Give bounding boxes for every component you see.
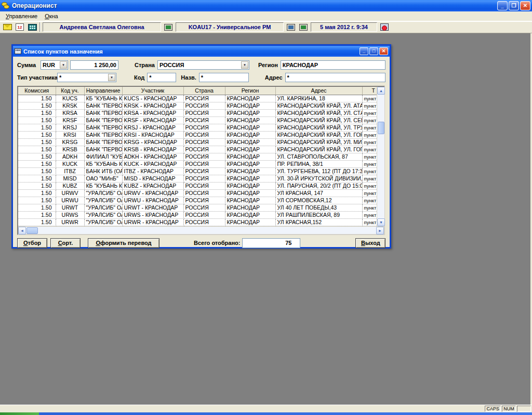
table-cell[interactable]: "УРАЛСИБ" ОАО ФИ xyxy=(84,211,122,218)
table-cell[interactable]: KRSJ - КРАСНОДАР xyxy=(122,124,183,131)
table-cell[interactable]: УЛ КРАСНАЯ,152 xyxy=(275,218,362,226)
calculator-icon[interactable] xyxy=(27,23,37,32)
table-cell[interactable]: пункт xyxy=(362,116,377,124)
table-cell[interactable]: 1.50 xyxy=(18,218,56,226)
table-cell[interactable]: КРАСНОДАР xyxy=(225,95,275,102)
table-cell[interactable]: пункт xyxy=(362,102,377,109)
table-cell[interactable]: KRSG xyxy=(56,138,84,146)
column-header[interactable]: Участник xyxy=(122,87,183,95)
table-cell[interactable]: РОССИЯ xyxy=(183,211,225,218)
name-field[interactable]: * xyxy=(199,73,249,82)
table-cell[interactable]: БАНК "ПЕРВОМАЙС xyxy=(84,109,122,116)
table-cell[interactable]: URWV xyxy=(56,189,84,197)
table-cell[interactable]: пункт xyxy=(362,95,377,102)
table-cell[interactable]: KRSB xyxy=(56,146,84,153)
table-cell[interactable]: БАНК "ПЕРВОМАЙС xyxy=(84,131,122,138)
table-row[interactable]: 1.50URWU"УРАЛСИБ" ОАО ФИURWU - КРАСНОДАР… xyxy=(18,197,377,204)
table-cell[interactable]: KRSF - КРАСНОДАР xyxy=(122,116,183,124)
table-cell[interactable]: пункт xyxy=(362,109,377,116)
table-cell[interactable]: URWT - КРАСНОДАР xyxy=(122,204,183,211)
table-cell[interactable]: пункт xyxy=(362,211,377,218)
table-cell[interactable]: УЛ. ПАРУСНАЯ, 20/2 (ПТ ДО 15:00) xyxy=(275,182,362,189)
table-cell[interactable]: РОССИЯ xyxy=(183,167,225,175)
table-cell[interactable]: KRSF xyxy=(56,116,84,124)
table-cell[interactable]: KRSA xyxy=(56,109,84,116)
table-cell[interactable]: пункт xyxy=(362,131,377,138)
table-cell[interactable]: 1.50 xyxy=(18,211,56,218)
table-cell[interactable]: РОССИЯ xyxy=(183,218,225,226)
table-cell[interactable]: KRSG - КРАСНОДАР xyxy=(122,138,183,146)
table-row[interactable]: 1.50URWT"УРАЛСИБ" ОАО ФИURWT - КРАСНОДАР… xyxy=(18,204,377,211)
table-cell[interactable]: KUCK - КРАСНОДАР xyxy=(122,160,183,167)
table-cell[interactable]: 1.50 xyxy=(18,160,56,167)
table-cell[interactable]: 1.50 xyxy=(18,95,56,102)
currency-select[interactable]: RUR ▼ xyxy=(41,60,68,70)
table-cell[interactable]: УЛ. СТАВРОПОЛЬСКАЯ, 87 xyxy=(275,153,362,160)
table-cell[interactable]: KUBZ - КРАСНОДАР xyxy=(122,182,183,189)
start-button[interactable] xyxy=(0,412,39,415)
mail-icon[interactable] xyxy=(2,23,12,32)
dialog-close-button[interactable]: ✕ xyxy=(379,47,388,55)
table-cell[interactable]: KRSB - КРАСНОДАР xyxy=(122,146,183,153)
table-cell[interactable]: MISD - КРАСНОДАР xyxy=(122,175,183,182)
table-cell[interactable]: БАНК "ПЕРВОМАЙС xyxy=(84,102,122,109)
amount-field[interactable]: 1 250,00 xyxy=(70,60,118,70)
table-cell[interactable]: 1.50 xyxy=(18,124,56,131)
table-cell[interactable]: KRSI - КРАСНОДАР xyxy=(122,131,183,138)
table-cell[interactable]: KUCS xyxy=(56,95,84,102)
table-cell[interactable]: 1.50 xyxy=(18,131,56,138)
column-header[interactable]: Адрес xyxy=(275,87,362,95)
table-cell[interactable]: РОССИЯ xyxy=(183,175,225,182)
table-cell[interactable]: КРАСНОДАРСКИЙ КРАЙ, УЛ. ГОГОЛЯ, xyxy=(275,146,362,153)
table-cell[interactable]: KUCS - КРАСНОДАР xyxy=(122,95,183,102)
table-cell[interactable]: РОССИЯ xyxy=(183,146,225,153)
table-row[interactable]: 1.50URWS"УРАЛСИБ" ОАО ФИURWS - КРАСНОДАР… xyxy=(18,211,377,218)
table-cell[interactable]: пункт xyxy=(362,153,377,160)
table-row[interactable]: 1.50KUCKКБ "КУБАНЬ КРЕДИKUCK - КРАСНОДАР… xyxy=(18,160,377,167)
table-cell[interactable]: URWT xyxy=(56,204,84,211)
table-cell[interactable]: РОССИЯ xyxy=(183,153,225,160)
table-cell[interactable]: КРАСНОДАРСКИЙ КРАЙ, УЛ. СТАВРОП xyxy=(275,109,362,116)
table-cell[interactable]: БАНК "ПЕРВОМАЙС xyxy=(84,138,122,146)
table-cell[interactable]: КРАСНОДАР xyxy=(225,175,275,182)
table-cell[interactable]: ADKH xyxy=(56,153,84,160)
column-header[interactable]: Регион xyxy=(225,87,275,95)
table-cell[interactable]: БАНК "ПЕРВОМАЙС xyxy=(84,146,122,153)
table-cell[interactable]: URWU xyxy=(56,197,84,204)
table-cell[interactable]: КРАСНОДАРСКИЙ КРАЙ, УЛ. ГОРЬКОГ xyxy=(275,131,362,138)
table-cell[interactable]: пункт xyxy=(362,204,377,211)
table-cell[interactable]: УЛ 40 ЛЕТ ПОБЕДЫ,43 xyxy=(275,204,362,211)
calendar-icon[interactable]: 12 xyxy=(15,23,25,32)
scroll-down-icon[interactable] xyxy=(377,218,385,226)
table-cell[interactable]: URWR - КРАСНОДАР xyxy=(122,218,183,226)
scroll-left-icon[interactable] xyxy=(18,227,26,235)
table-cell[interactable]: БАНК "ПЕРВОМАЙС xyxy=(84,124,122,131)
table-cell[interactable]: ОАО "МИнБ" xyxy=(84,175,122,182)
table-cell[interactable]: КРАСНОДАР xyxy=(225,189,275,197)
column-header[interactable]: Т xyxy=(362,87,377,95)
address-field[interactable]: * xyxy=(285,73,385,82)
table-cell[interactable]: 1.50 xyxy=(18,153,56,160)
table-cell[interactable]: УЛ СОРМОВСКАЯ,12 xyxy=(275,197,362,204)
table-cell[interactable]: URWS xyxy=(56,211,84,218)
column-header[interactable]: Направление xyxy=(84,87,122,95)
chevron-down-icon[interactable]: ▼ xyxy=(108,74,115,81)
table-cell[interactable]: КБ "КУБАНЬ КРЕДИ xyxy=(84,182,122,189)
table-row[interactable]: 1.50KRSIБАНК "ПЕРВОМАЙСKRSI - КРАСНОДАРР… xyxy=(18,131,377,138)
make-transfer-button[interactable]: Оформить перевод xyxy=(88,238,159,248)
table-cell[interactable]: РОССИЯ xyxy=(183,102,225,109)
table-row[interactable]: 1.50KRSKБАНК "ПЕРВОМАЙСKRSK - КРАСНОДАРР… xyxy=(18,102,377,109)
select-button[interactable]: Отбор xyxy=(17,238,47,248)
table-cell[interactable]: пункт xyxy=(362,182,377,189)
table-row[interactable]: 1.50KUBZКБ "КУБАНЬ КРЕДИKUBZ - КРАСНОДАР… xyxy=(18,182,377,189)
region-field[interactable]: КРАСНОДАР xyxy=(281,60,385,70)
table-cell[interactable]: URWU - КРАСНОДАР xyxy=(122,197,183,204)
chevron-down-icon[interactable]: ▼ xyxy=(60,61,67,69)
table-cell[interactable]: КРАСНОДАР xyxy=(225,146,275,153)
table-cell[interactable]: КРАСНОДАР xyxy=(225,138,275,146)
table-cell[interactable]: "УРАЛСИБ" ОАО ФИ xyxy=(84,218,122,226)
restore-button[interactable]: ❐ xyxy=(509,1,519,10)
vertical-scroll-thumb[interactable] xyxy=(378,122,384,134)
table-row[interactable]: 1.50MISDОАО "МИнБ"MISD - КРАСНОДАРРОССИЯ… xyxy=(18,175,377,182)
table-row[interactable]: 1.50KUCSКБ "КУБАНЬ КРЕДИKUCS - КРАСНОДАР… xyxy=(18,95,377,102)
